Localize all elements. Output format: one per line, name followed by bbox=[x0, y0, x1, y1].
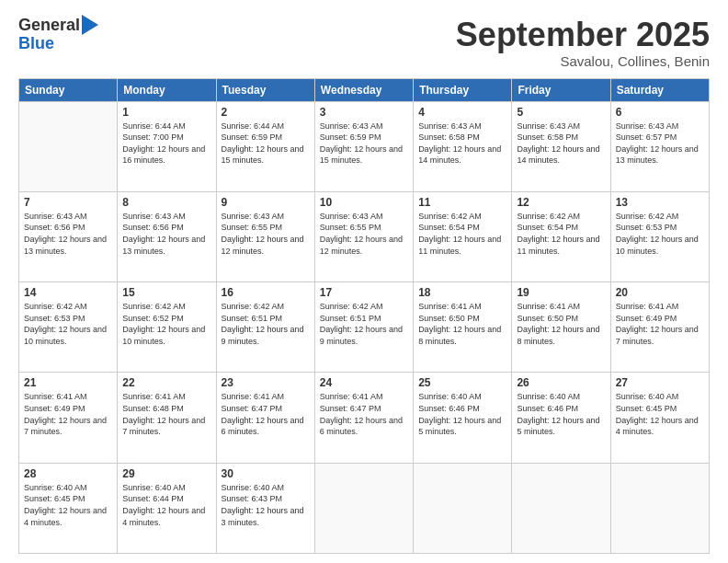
table-row: 24Sunrise: 6:41 AMSunset: 6:47 PMDayligh… bbox=[314, 373, 413, 463]
day-info: Sunrise: 6:43 AMSunset: 6:58 PMDaylight:… bbox=[517, 121, 605, 167]
day-number: 29 bbox=[122, 467, 210, 480]
table-row: 9Sunrise: 6:43 AMSunset: 6:55 PMDaylight… bbox=[216, 191, 314, 282]
day-number: 22 bbox=[122, 376, 210, 389]
day-number: 19 bbox=[517, 286, 605, 299]
month-title: September 2025 bbox=[456, 17, 710, 53]
day-number: 1 bbox=[122, 106, 210, 119]
table-row: 15Sunrise: 6:42 AMSunset: 6:52 PMDayligh… bbox=[118, 282, 216, 373]
table-row bbox=[414, 463, 512, 553]
col-monday: Monday bbox=[118, 78, 216, 101]
table-row: 2Sunrise: 6:44 AMSunset: 6:59 PMDaylight… bbox=[216, 101, 314, 191]
day-number: 2 bbox=[222, 106, 310, 119]
logo: General Blue bbox=[18, 17, 98, 53]
day-info: Sunrise: 6:41 AMSunset: 6:47 PMDaylight:… bbox=[320, 391, 408, 437]
table-row: 10Sunrise: 6:43 AMSunset: 6:55 PMDayligh… bbox=[314, 191, 413, 282]
header: General Blue September 2025 Savalou, Col… bbox=[18, 17, 710, 69]
day-number: 27 bbox=[616, 376, 704, 389]
day-number: 21 bbox=[24, 376, 112, 389]
table-row: 16Sunrise: 6:42 AMSunset: 6:51 PMDayligh… bbox=[216, 282, 314, 373]
day-number: 15 bbox=[122, 286, 210, 299]
table-row: 13Sunrise: 6:42 AMSunset: 6:53 PMDayligh… bbox=[610, 191, 709, 282]
table-row: 20Sunrise: 6:41 AMSunset: 6:49 PMDayligh… bbox=[610, 282, 709, 373]
day-info: Sunrise: 6:41 AMSunset: 6:50 PMDaylight:… bbox=[418, 301, 506, 347]
day-number: 12 bbox=[517, 196, 605, 209]
col-tuesday: Tuesday bbox=[216, 78, 314, 101]
table-row: 19Sunrise: 6:41 AMSunset: 6:50 PMDayligh… bbox=[512, 282, 610, 373]
day-info: Sunrise: 6:40 AMSunset: 6:46 PMDaylight:… bbox=[418, 391, 506, 437]
day-info: Sunrise: 6:40 AMSunset: 6:43 PMDaylight:… bbox=[222, 482, 310, 528]
day-number: 28 bbox=[24, 467, 112, 480]
day-info: Sunrise: 6:40 AMSunset: 6:45 PMDaylight:… bbox=[616, 391, 704, 437]
calendar-week-row: 28Sunrise: 6:40 AMSunset: 6:45 PMDayligh… bbox=[19, 463, 710, 553]
calendar-table: Sunday Monday Tuesday Wednesday Thursday… bbox=[18, 78, 710, 554]
day-number: 17 bbox=[320, 286, 408, 299]
day-info: Sunrise: 6:41 AMSunset: 6:48 PMDaylight:… bbox=[122, 391, 210, 437]
svg-marker-0 bbox=[82, 15, 98, 35]
table-row: 17Sunrise: 6:42 AMSunset: 6:51 PMDayligh… bbox=[314, 282, 413, 373]
day-info: Sunrise: 6:43 AMSunset: 6:59 PMDaylight:… bbox=[320, 121, 408, 167]
table-row: 14Sunrise: 6:42 AMSunset: 6:53 PMDayligh… bbox=[19, 282, 118, 373]
table-row: 1Sunrise: 6:44 AMSunset: 7:00 PMDaylight… bbox=[118, 101, 216, 191]
day-info: Sunrise: 6:43 AMSunset: 6:56 PMDaylight:… bbox=[24, 211, 112, 257]
table-row: 29Sunrise: 6:40 AMSunset: 6:44 PMDayligh… bbox=[118, 463, 216, 553]
table-row: 5Sunrise: 6:43 AMSunset: 6:58 PMDaylight… bbox=[512, 101, 610, 191]
col-wednesday: Wednesday bbox=[314, 78, 413, 101]
day-number: 20 bbox=[616, 286, 704, 299]
day-info: Sunrise: 6:43 AMSunset: 6:56 PMDaylight:… bbox=[122, 211, 210, 257]
day-info: Sunrise: 6:41 AMSunset: 6:50 PMDaylight:… bbox=[517, 301, 605, 347]
logo-icon bbox=[82, 15, 98, 35]
logo-blue-text: Blue bbox=[18, 35, 98, 53]
title-section: September 2025 Savalou, Collines, Benin bbox=[456, 17, 710, 69]
calendar-week-row: 21Sunrise: 6:41 AMSunset: 6:49 PMDayligh… bbox=[19, 373, 710, 463]
table-row: 23Sunrise: 6:41 AMSunset: 6:47 PMDayligh… bbox=[216, 373, 314, 463]
day-number: 10 bbox=[320, 196, 408, 209]
col-thursday: Thursday bbox=[414, 78, 512, 101]
table-row: 4Sunrise: 6:43 AMSunset: 6:58 PMDaylight… bbox=[414, 101, 512, 191]
day-number: 24 bbox=[320, 376, 408, 389]
day-info: Sunrise: 6:40 AMSunset: 6:44 PMDaylight:… bbox=[122, 482, 210, 528]
day-number: 18 bbox=[418, 286, 506, 299]
day-number: 16 bbox=[222, 286, 310, 299]
table-row: 30Sunrise: 6:40 AMSunset: 6:43 PMDayligh… bbox=[216, 463, 314, 553]
day-number: 7 bbox=[24, 196, 112, 209]
table-row: 26Sunrise: 6:40 AMSunset: 6:46 PMDayligh… bbox=[512, 373, 610, 463]
day-number: 4 bbox=[418, 106, 506, 119]
day-info: Sunrise: 6:42 AMSunset: 6:51 PMDaylight:… bbox=[320, 301, 408, 347]
table-row: 18Sunrise: 6:41 AMSunset: 6:50 PMDayligh… bbox=[414, 282, 512, 373]
col-sunday: Sunday bbox=[19, 78, 118, 101]
page: General Blue September 2025 Savalou, Col… bbox=[0, 0, 728, 563]
day-info: Sunrise: 6:41 AMSunset: 6:47 PMDaylight:… bbox=[222, 391, 310, 437]
day-number: 8 bbox=[122, 196, 210, 209]
day-info: Sunrise: 6:42 AMSunset: 6:54 PMDaylight:… bbox=[418, 211, 506, 257]
table-row: 22Sunrise: 6:41 AMSunset: 6:48 PMDayligh… bbox=[118, 373, 216, 463]
calendar-header-row: Sunday Monday Tuesday Wednesday Thursday… bbox=[19, 78, 710, 101]
day-info: Sunrise: 6:40 AMSunset: 6:45 PMDaylight:… bbox=[24, 482, 112, 528]
day-info: Sunrise: 6:41 AMSunset: 6:49 PMDaylight:… bbox=[24, 391, 112, 437]
calendar-week-row: 7Sunrise: 6:43 AMSunset: 6:56 PMDaylight… bbox=[19, 191, 710, 282]
day-info: Sunrise: 6:44 AMSunset: 6:59 PMDaylight:… bbox=[222, 121, 310, 167]
day-number: 25 bbox=[418, 376, 506, 389]
day-info: Sunrise: 6:42 AMSunset: 6:52 PMDaylight:… bbox=[122, 301, 210, 347]
table-row bbox=[512, 463, 610, 553]
table-row: 21Sunrise: 6:41 AMSunset: 6:49 PMDayligh… bbox=[19, 373, 118, 463]
logo-general-text: General bbox=[18, 17, 80, 35]
day-number: 6 bbox=[616, 106, 704, 119]
table-row: 11Sunrise: 6:42 AMSunset: 6:54 PMDayligh… bbox=[414, 191, 512, 282]
day-number: 23 bbox=[222, 376, 310, 389]
day-info: Sunrise: 6:42 AMSunset: 6:54 PMDaylight:… bbox=[517, 211, 605, 257]
table-row: 7Sunrise: 6:43 AMSunset: 6:56 PMDaylight… bbox=[19, 191, 118, 282]
day-info: Sunrise: 6:43 AMSunset: 6:58 PMDaylight:… bbox=[418, 121, 506, 167]
day-info: Sunrise: 6:40 AMSunset: 6:46 PMDaylight:… bbox=[517, 391, 605, 437]
day-number: 13 bbox=[616, 196, 704, 209]
day-number: 30 bbox=[222, 467, 310, 480]
day-info: Sunrise: 6:42 AMSunset: 6:51 PMDaylight:… bbox=[222, 301, 310, 347]
table-row bbox=[610, 463, 709, 553]
table-row: 12Sunrise: 6:42 AMSunset: 6:54 PMDayligh… bbox=[512, 191, 610, 282]
day-info: Sunrise: 6:43 AMSunset: 6:55 PMDaylight:… bbox=[222, 211, 310, 257]
day-info: Sunrise: 6:42 AMSunset: 6:53 PMDaylight:… bbox=[616, 211, 704, 257]
table-row: 3Sunrise: 6:43 AMSunset: 6:59 PMDaylight… bbox=[314, 101, 413, 191]
table-row: 25Sunrise: 6:40 AMSunset: 6:46 PMDayligh… bbox=[414, 373, 512, 463]
day-number: 26 bbox=[517, 376, 605, 389]
table-row: 8Sunrise: 6:43 AMSunset: 6:56 PMDaylight… bbox=[118, 191, 216, 282]
calendar-week-row: 14Sunrise: 6:42 AMSunset: 6:53 PMDayligh… bbox=[19, 282, 710, 373]
